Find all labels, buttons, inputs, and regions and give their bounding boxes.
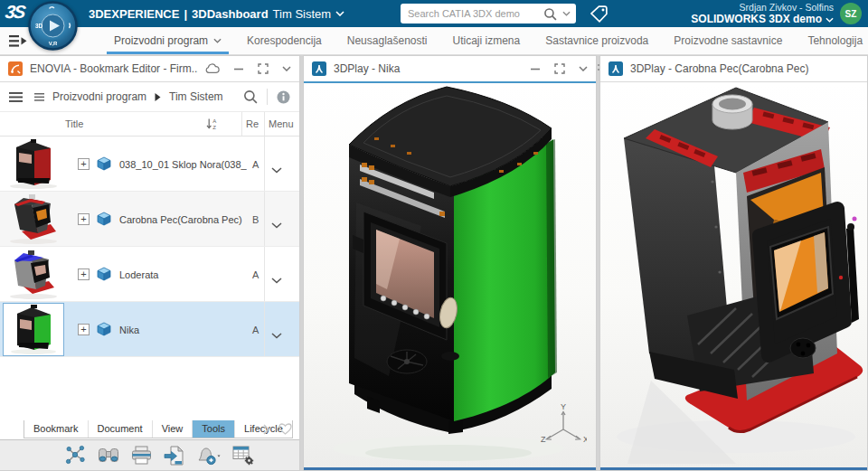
widget-header: ENOVIA - Bookmark Editor - Firm... [0,56,299,82]
svg-text:X: X [583,435,587,444]
minimize-icon[interactable] [233,63,244,74]
carobna-stove-model [600,82,867,467]
title-divider: | [184,7,187,21]
expand-plus-icon[interactable]: + [78,324,90,335]
favorite-heart-icon[interactable] [278,423,292,435]
thumbnail-loderata[interactable] [4,249,63,300]
table-row-loderata[interactable]: + Loderata A [0,247,299,302]
export-icon[interactable] [164,446,184,466]
svg-text:3D: 3D [35,23,43,29]
print-icon[interactable] [131,446,152,465]
column-title[interactable]: Title [65,118,83,129]
footer-tab-document[interactable]: Document [88,420,152,438]
widget-header: 3DPlay - Carobna Pec(Carobna Pec) [600,56,867,82]
widget-chevron-down-icon[interactable] [282,66,291,71]
row-revision: A [252,159,259,170]
filter-search-icon[interactable] [243,89,258,104]
dashboard-chevron-down-icon[interactable] [335,11,344,16]
dashboard-tab-bar: Proizvodni program Korespodencija Neusag… [0,27,868,55]
expand-plus-icon[interactable]: + [78,213,90,225]
search-options-chevron-icon[interactable] [562,11,571,16]
thumbnail-nika[interactable] [4,304,63,355]
thumbnail-sklop-nora[interactable] [4,138,63,190]
table-header: Title A Z Re Menu [0,112,299,137]
widget-header: 3DPlay - Nika [304,56,596,83]
global-search [401,4,576,24]
expand-plus-icon[interactable]: + [78,158,90,170]
row-menu-chevron-icon[interactable] [271,161,282,177]
tab-proizvodne-sastavnice[interactable]: Proizvodne sastavnice [661,27,795,54]
product-cube-icon [96,267,112,281]
row-menu-chevron-icon[interactable] [271,216,282,232]
breadcrumb-root[interactable]: Proizvodni program [52,90,146,103]
column-divider [264,112,265,136]
table-row-sklop-nora[interactable]: + 038_10_01 Sklop Nora(038_10_0... A [0,137,299,192]
screen: 3S 3D V,R 3DEXPERIENCE | 3DDashboard [0,0,868,471]
nika-3d-viewport[interactable]: Y X Z [304,83,596,470]
table-row-carobna-pec[interactable]: + Carobna Pec(Carobna Pec) B [0,192,299,247]
tools-toolbar [0,439,299,470]
row-menu-chevron-icon[interactable] [271,326,282,343]
widget-footer-tabs: Bookmark Document View Tools Lifecycle [0,420,299,439]
panel-divider[interactable] [300,55,303,471]
tab-uticaji-izmena[interactable]: Uticaji izmena [440,27,533,54]
compass-menu-button[interactable]: 3D V,R [28,1,78,54]
row-revision: B [252,214,259,225]
user-chevron-down-icon [826,17,834,23]
3dplay-app-icon [609,61,623,76]
dashboard-context-name: Tim Sistem [273,7,332,21]
tab-tehnologija[interactable]: Tehnologija [795,27,868,54]
maximize-icon[interactable] [554,63,565,74]
expand-tabs-chevron-icon[interactable] [263,424,270,435]
breadcrumb-arrow-icon [155,93,161,101]
tenant-name: SOLIDWORKS 3DX demo [691,14,822,25]
svg-text:Z: Z [541,435,546,444]
row-revision: A [252,269,259,280]
app-title: 3DEXPERIENCE | 3DDashboard Tim Sistem [89,0,344,27]
row-title: Carobna Pec(Carobna Pec) [119,214,247,225]
axis-triad: Y X Z [540,402,587,453]
carobna-3d-viewport[interactable] [600,82,867,470]
expand-plus-icon[interactable]: + [78,268,90,280]
product-cube-icon [96,156,112,171]
sort-icon[interactable]: A Z [206,118,219,132]
footer-tab-bookmark[interactable]: Bookmark [24,420,88,438]
tab-korespodencija[interactable]: Korespodencija [234,27,335,54]
breadcrumb-current[interactable]: Tim Sistem [169,90,223,103]
footer-tab-view[interactable]: View [152,420,193,438]
minimize-icon[interactable] [530,63,541,74]
panel-divider-grip[interactable] [597,55,599,471]
tab-proizvodni-program[interactable]: Proizvodni program [101,27,234,54]
widget-title: 3DPlay - Nika [334,62,523,75]
user-menu[interactable]: Srdjan Zivkov - Solfins SOLIDWORKS 3DX d… [691,2,834,25]
network-share-icon[interactable] [65,445,86,466]
thumbnail-carobna-pec[interactable] [4,193,63,245]
subscribe-bell-icon[interactable] [195,446,221,466]
play-widget-nika: 3DPlay - Nika [303,55,597,471]
breadcrumb-list-icon[interactable] [34,93,44,101]
info-icon[interactable] [277,90,290,104]
maximize-icon[interactable] [258,63,269,74]
search-input[interactable] [408,8,538,19]
tab-neusaglasenosti[interactable]: Neusaglašenosti [335,27,440,54]
tab-sastavnice-proizvoda[interactable]: Sastavnice proizvoda [533,27,661,54]
breadcrumb-row: Proizvodni program Tim Sistem [0,82,299,112]
widget-title: 3DPlay - Carobna Pec(Carobna Pec) [630,62,859,75]
dashboard-app-name: 3DDashboard [192,7,269,21]
widget-chevron-down-icon[interactable] [579,66,588,71]
avatar[interactable]: SZ [840,3,862,24]
product-cube-icon [96,212,112,226]
search-icon[interactable] [543,7,557,21]
footer-tab-tools[interactable]: Tools [192,420,234,438]
widget-title: ENOVIA - Bookmark Editor - Firm... [30,62,198,75]
widget-menu-icon[interactable] [9,92,23,102]
table-settings-icon[interactable] [232,446,255,466]
column-rev: Re [246,118,259,129]
cloud-icon[interactable] [205,63,220,74]
app-drawer-icon[interactable] [9,34,28,52]
tag-icon[interactable] [589,5,610,27]
binoculars-search-icon[interactable] [98,447,119,465]
table-row-nika[interactable]: + Nika A [0,302,299,357]
column-divider [241,112,242,136]
row-menu-chevron-icon[interactable] [271,271,282,287]
